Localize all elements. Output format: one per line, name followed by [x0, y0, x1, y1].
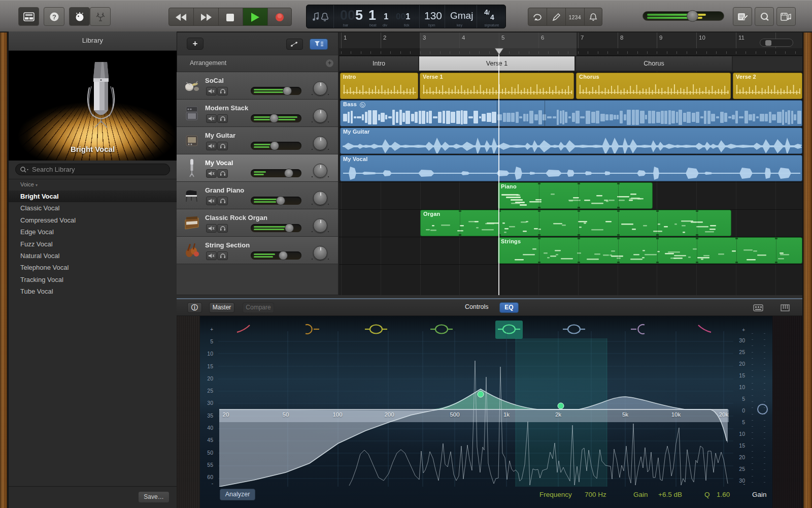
svg-text:?: ? [52, 13, 56, 20]
